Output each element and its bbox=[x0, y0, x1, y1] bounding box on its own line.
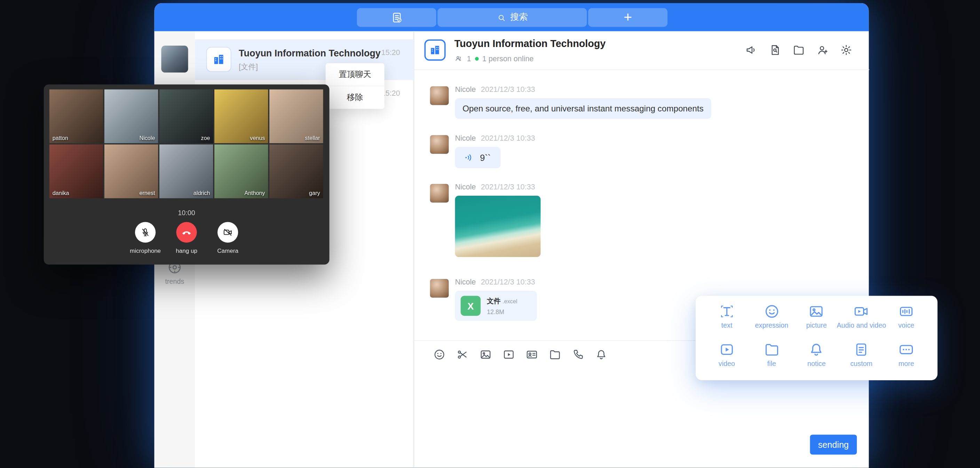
feature-file[interactable]: file bbox=[749, 342, 794, 377]
participant-tile[interactable]: venus bbox=[215, 89, 268, 143]
text-icon bbox=[719, 303, 735, 319]
message-time: 2021/12/3 10:33 bbox=[481, 134, 535, 142]
feature-expression[interactable]: expression bbox=[749, 303, 794, 339]
member-count: 1 bbox=[467, 54, 471, 63]
sender-name: Nicole bbox=[455, 278, 476, 286]
menu-item-pin-chat[interactable]: 置顶聊天 bbox=[326, 63, 385, 86]
participant-name: gary bbox=[309, 190, 320, 196]
participant-tile[interactable]: zoe bbox=[159, 89, 213, 143]
sender-avatar[interactable] bbox=[430, 86, 449, 105]
camera-off-icon bbox=[223, 227, 233, 238]
workbench-button[interactable] bbox=[357, 8, 436, 27]
workbench-icon bbox=[390, 11, 403, 24]
mute-mic-button[interactable] bbox=[135, 222, 156, 243]
excel-file-icon: X bbox=[461, 295, 480, 315]
message-meta: Nicole 2021/12/3 10:33 bbox=[455, 85, 843, 94]
participant-tile[interactable]: gary bbox=[269, 144, 323, 198]
participant-tile[interactable]: Anthony bbox=[215, 144, 268, 198]
building-icon bbox=[429, 44, 441, 56]
feature-audio-video[interactable]: Audio and video bbox=[839, 303, 884, 339]
contact-card-icon[interactable] bbox=[525, 348, 538, 360]
feature-label: notice bbox=[807, 360, 826, 367]
sender-avatar[interactable] bbox=[430, 279, 449, 298]
feature-notice[interactable]: notice bbox=[794, 342, 839, 377]
screenshot-scissors-icon[interactable] bbox=[456, 348, 469, 360]
call-phone-icon[interactable] bbox=[572, 348, 584, 360]
feature-picture[interactable]: picture bbox=[794, 303, 839, 339]
topbar-control-group: 搜索 + bbox=[357, 8, 668, 27]
hang-up-icon bbox=[181, 226, 192, 238]
participant-tile[interactable]: aldrich bbox=[159, 144, 213, 198]
message-text: Nicole 2021/12/3 10:33 Open source, free… bbox=[430, 85, 844, 119]
emoji-icon[interactable] bbox=[433, 348, 446, 360]
message-meta: Nicole 2021/12/3 10:33 bbox=[455, 278, 843, 286]
hangup-label: hang up bbox=[176, 247, 197, 254]
participant-name: Anthony bbox=[244, 190, 265, 196]
my-avatar[interactable] bbox=[161, 46, 188, 72]
sender-avatar[interactable] bbox=[430, 135, 449, 154]
feature-text[interactable]: text bbox=[705, 303, 749, 339]
beach-photo-thumbnail[interactable] bbox=[455, 196, 541, 257]
participant-tile[interactable]: patton bbox=[49, 89, 103, 143]
message-input-area[interactable] bbox=[414, 368, 869, 468]
files-icon[interactable] bbox=[792, 44, 805, 56]
chat-header: Tuoyun Information Technology 1 1 person… bbox=[414, 31, 869, 70]
building-icon bbox=[212, 53, 226, 67]
participant-name: stellar bbox=[305, 135, 320, 141]
mic-control: microphone bbox=[126, 222, 165, 254]
online-dot bbox=[475, 57, 479, 61]
feature-more[interactable]: more bbox=[884, 342, 929, 377]
participant-tile[interactable]: ernest bbox=[104, 144, 158, 198]
file-name: 文件 bbox=[487, 297, 501, 305]
message-image: Nicole 2021/12/3 10:33 bbox=[430, 182, 844, 257]
video-call-window: patton Nicole zoe venus stellar danika e… bbox=[44, 84, 329, 264]
search-history-icon[interactable] bbox=[769, 44, 781, 56]
participant-tile[interactable]: stellar bbox=[269, 89, 323, 143]
send-button[interactable]: sending bbox=[810, 434, 857, 454]
voice-duration: 9`` bbox=[480, 153, 491, 163]
message-time: 2021/12/3 10:33 bbox=[481, 278, 535, 286]
trends-label: trends bbox=[165, 278, 184, 285]
feature-popover: text expression picture bbox=[696, 295, 937, 380]
sender-name: Nicole bbox=[455, 85, 476, 94]
mic-label: microphone bbox=[130, 247, 161, 254]
participant-tile[interactable]: Nicole bbox=[104, 89, 158, 143]
feature-label: picture bbox=[807, 321, 827, 329]
participant-name: ernest bbox=[139, 190, 155, 196]
voice-icon bbox=[898, 303, 915, 319]
conversation-title: Tuoyun Information Technology bbox=[239, 47, 381, 58]
audio-video-icon bbox=[853, 303, 870, 319]
global-search[interactable]: 搜索 bbox=[438, 8, 587, 27]
feature-custom[interactable]: custom bbox=[839, 342, 884, 377]
picture-icon[interactable] bbox=[479, 348, 492, 360]
sender-avatar[interactable] bbox=[430, 184, 449, 203]
voice-wave-icon bbox=[463, 152, 474, 163]
notification-bell-icon[interactable] bbox=[595, 348, 608, 360]
file-card[interactable]: X 文件 .excel 12.8M bbox=[455, 291, 537, 321]
camera-off-button[interactable] bbox=[218, 222, 238, 243]
participant-tile[interactable]: danika bbox=[49, 144, 103, 198]
folder-icon[interactable] bbox=[549, 348, 562, 360]
announcement-icon[interactable] bbox=[745, 44, 757, 56]
feature-video[interactable]: video bbox=[705, 342, 749, 377]
settings-gear-icon[interactable] bbox=[840, 44, 853, 56]
voice-bubble[interactable]: 9`` bbox=[455, 147, 500, 168]
group-avatar bbox=[206, 47, 231, 72]
members-manage-icon[interactable] bbox=[816, 44, 829, 56]
hang-up-button[interactable] bbox=[176, 222, 197, 243]
menu-item-remove[interactable]: 移除 bbox=[326, 86, 385, 109]
file-info: 文件 .excel 12.8M bbox=[487, 296, 517, 315]
message-bubble[interactable]: Open source, free, and universal instant… bbox=[455, 98, 711, 119]
feature-label: voice bbox=[898, 321, 914, 329]
video-icon[interactable] bbox=[503, 348, 515, 360]
chat-meta: 1 1 person online bbox=[455, 54, 534, 63]
participant-name: zoe bbox=[201, 135, 210, 141]
feature-label: video bbox=[719, 360, 735, 367]
message-meta: Nicole 2021/12/3 10:33 bbox=[455, 134, 843, 142]
add-button[interactable]: + bbox=[588, 8, 668, 27]
members-icon bbox=[455, 54, 463, 63]
call-controls: microphone hang up Camer bbox=[44, 222, 329, 254]
feature-voice[interactable]: voice bbox=[884, 303, 929, 339]
message-voice: Nicole 2021/12/3 10:33 9`` bbox=[430, 134, 844, 168]
participant-name: venus bbox=[250, 135, 265, 141]
